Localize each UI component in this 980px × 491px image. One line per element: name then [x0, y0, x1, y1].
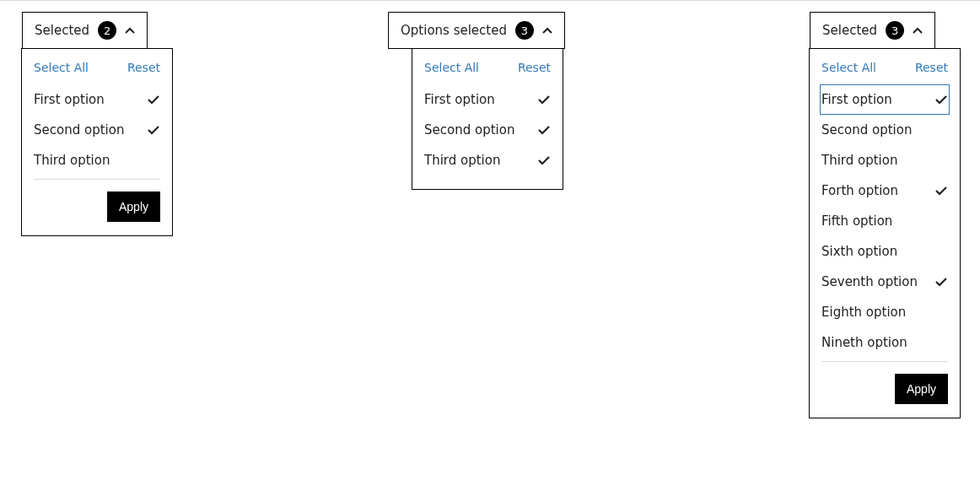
option-row[interactable]: Second option: [424, 115, 551, 145]
option-label: Third option: [424, 153, 500, 168]
select-all-link[interactable]: Select All: [34, 61, 89, 74]
option-label: Eighth option: [821, 305, 906, 320]
check-icon: [537, 154, 551, 167]
dropdown-1-badge: 2: [98, 21, 116, 40]
reset-link[interactable]: Reset: [518, 61, 551, 74]
option-label: Forth option: [821, 183, 898, 198]
option-row[interactable]: Third option: [821, 145, 948, 175]
check-icon: [934, 305, 948, 319]
dropdown-2-options: First option Second option Third option: [424, 84, 551, 175]
option-label: First option: [34, 92, 105, 107]
option-row[interactable]: Nineth option: [821, 327, 948, 358]
select-all-link[interactable]: Select All: [424, 61, 479, 74]
dropdown-2-toggle-label: Options selected: [401, 23, 507, 38]
option-row[interactable]: Forth option: [821, 175, 948, 206]
dropdown-3-toggle-label: Selected: [822, 23, 877, 38]
check-icon: [147, 93, 160, 106]
option-row[interactable]: First option: [424, 84, 551, 115]
dropdown-3-panel-actions: Select All Reset: [821, 61, 948, 74]
check-icon: [934, 275, 948, 289]
dropdown-2: Options selected 3 Select All Reset Firs…: [388, 12, 565, 49]
chevron-up-icon: [542, 27, 552, 34]
apply-button[interactable]: Apply: [107, 192, 160, 222]
option-label: Fifth option: [821, 213, 892, 229]
check-icon: [934, 214, 948, 228]
option-label: Second option: [821, 122, 912, 138]
check-icon: [934, 245, 948, 258]
dropdown-2-panel: Select All Reset First option Second opt…: [412, 48, 563, 190]
dropdown-3: Selected 3 Select All Reset First option…: [810, 12, 935, 49]
option-label: Third option: [34, 153, 110, 168]
dropdown-3-panel: Select All Reset First option Second opt…: [809, 48, 961, 418]
divider: [34, 179, 160, 180]
check-icon: [537, 93, 551, 106]
reset-link[interactable]: Reset: [915, 61, 948, 74]
apply-button[interactable]: Apply: [895, 374, 948, 404]
dropdown-1-toggle-label: Selected: [35, 23, 89, 38]
option-row[interactable]: Third option: [34, 145, 160, 175]
option-label: Sixth option: [821, 244, 897, 259]
dropdown-1-panel: Select All Reset First option Second opt…: [21, 48, 173, 236]
option-label: Second option: [424, 122, 514, 138]
chevron-up-icon: [913, 27, 923, 34]
option-row[interactable]: Second option: [821, 115, 948, 145]
option-label: Seventh option: [821, 274, 918, 289]
option-row[interactable]: Sixth option: [821, 236, 948, 267]
option-label: Nineth option: [821, 335, 907, 350]
check-icon: [147, 123, 160, 137]
dropdown-3-options: First option Second option Third option …: [821, 84, 948, 358]
dropdown-1: Selected 2 Select All Reset First option…: [22, 12, 148, 49]
option-label: Second option: [34, 122, 124, 138]
chevron-up-icon: [125, 27, 135, 34]
check-icon: [147, 154, 160, 167]
option-row[interactable]: Eighth option: [821, 297, 948, 327]
option-row[interactable]: Fifth option: [821, 206, 948, 236]
option-row[interactable]: Second option: [34, 115, 160, 145]
option-label: Third option: [821, 153, 897, 168]
check-icon: [934, 93, 948, 106]
reset-link[interactable]: Reset: [127, 61, 160, 74]
check-icon: [934, 184, 948, 197]
check-icon: [934, 154, 948, 167]
dropdown-1-panel-actions: Select All Reset: [34, 61, 160, 74]
dropdown-2-panel-actions: Select All Reset: [424, 61, 551, 74]
check-icon: [934, 123, 948, 137]
option-row[interactable]: Seventh option: [821, 267, 948, 297]
check-icon: [537, 123, 551, 137]
dropdown-3-toggle[interactable]: Selected 3: [810, 12, 935, 49]
option-label: First option: [424, 92, 495, 107]
option-label: First option: [821, 92, 892, 107]
option-row[interactable]: Third option: [424, 145, 551, 175]
check-icon: [934, 336, 948, 349]
apply-wrap: Apply: [34, 192, 160, 222]
dropdown-1-toggle[interactable]: Selected 2: [22, 12, 148, 49]
select-all-link[interactable]: Select All: [821, 61, 876, 74]
dropdown-3-badge: 3: [886, 21, 904, 40]
dropdown-2-toggle[interactable]: Options selected 3: [388, 12, 565, 49]
apply-wrap: Apply: [821, 374, 948, 404]
option-row[interactable]: First option: [34, 84, 160, 115]
divider: [821, 361, 948, 362]
option-row[interactable]: First option: [820, 84, 950, 115]
dropdown-1-options: First option Second option Third option: [34, 84, 160, 175]
dropdown-2-badge: 3: [515, 21, 534, 40]
